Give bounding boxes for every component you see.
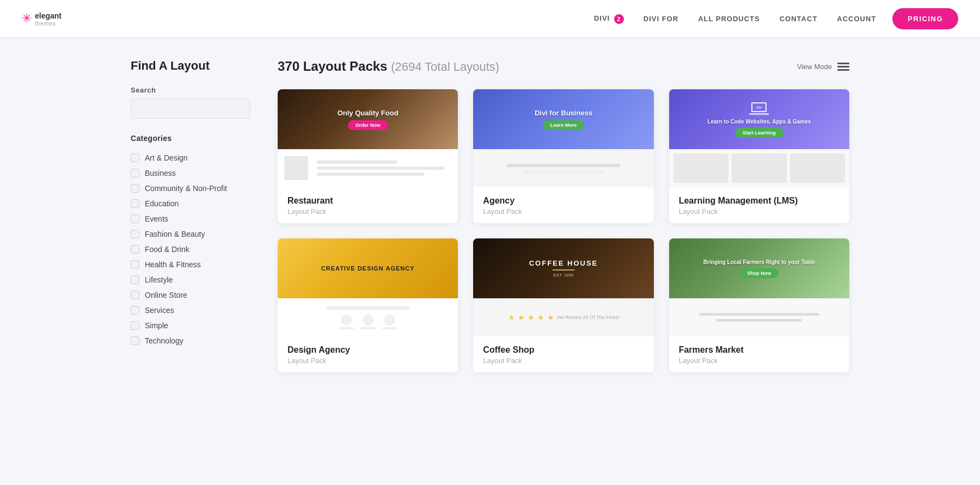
- category-item-services[interactable]: Services: [131, 303, 250, 318]
- card-preview-bottom-restaurant: [278, 149, 458, 187]
- search-label: Search: [131, 86, 250, 94]
- coffee-star-4: ★: [537, 313, 544, 322]
- category-checkbox-fashion-beauty[interactable]: [131, 230, 139, 238]
- coffee-preview-text: Coffee House: [524, 259, 604, 267]
- card-lms[interactable]: </> Learn to Code Websites, Apps & Games…: [669, 89, 849, 223]
- mock-line-3: [317, 173, 425, 176]
- category-checkbox-simple[interactable]: [131, 321, 139, 330]
- card-preview-top-lms: </> Learn to Code Websites, Apps & Games…: [669, 89, 849, 149]
- nav-item-contact[interactable]: CONTACT: [780, 14, 818, 23]
- sidebar: Find A Layout Search Categories Art & De…: [131, 59, 250, 372]
- total-layouts-count: (2694 Total Layouts): [391, 60, 499, 73]
- category-label-food-drink: Food & Drink: [145, 245, 189, 254]
- category-item-education[interactable]: Education: [131, 196, 250, 211]
- laptop-icon: </>: [749, 101, 769, 116]
- view-mode-icon[interactable]: [837, 63, 849, 71]
- restaurant-preview-btn: Order Now: [348, 120, 388, 130]
- category-checkbox-events[interactable]: [131, 214, 139, 223]
- nav-link-contact[interactable]: CONTACT: [780, 15, 818, 23]
- card-design-agency[interactable]: Creative Design Agency: [278, 238, 458, 372]
- category-item-food-drink[interactable]: Food & Drink: [131, 242, 250, 257]
- card-info-design-agency: Design Agency Layout Pack: [278, 336, 458, 372]
- category-checkbox-community[interactable]: [131, 184, 139, 193]
- card-type-restaurant: Layout Pack: [287, 207, 448, 216]
- category-item-events[interactable]: Events: [131, 211, 250, 226]
- coffee-star-3: ★: [528, 313, 535, 322]
- pricing-button[interactable]: PRICING: [892, 8, 958, 29]
- category-label-community: Community & Non-Profit: [145, 184, 227, 193]
- card-info-farmers-market: Farmers Market Layout Pack: [669, 336, 849, 372]
- category-item-fashion-beauty[interactable]: Fashion & Beauty: [131, 226, 250, 242]
- card-preview-top-farmers: Bringing Local Farmers Right to your Tab…: [669, 238, 849, 298]
- category-checkbox-art-design[interactable]: [131, 154, 139, 162]
- card-type-farmers-market: Layout Pack: [679, 357, 840, 365]
- category-label-business: Business: [145, 169, 176, 177]
- design-circle-1: [341, 315, 352, 326]
- category-label-fashion-beauty: Fashion & Beauty: [145, 230, 205, 238]
- design-preview-text: Creative Design Agency: [316, 265, 420, 272]
- category-checkbox-health-fitness[interactable]: [131, 260, 139, 269]
- card-info-lms: Learning Management (LMS) Layout Pack: [669, 187, 849, 223]
- agency-preview-text: Divi for Business: [529, 109, 598, 117]
- card-preview-top-coffee: Coffee House EST. 1990: [473, 238, 653, 298]
- farmers-preview-text: Bringing Local Farmers Right to your Tab…: [698, 259, 820, 265]
- category-checkbox-business[interactable]: [131, 169, 139, 177]
- category-item-health-fitness[interactable]: Health & Fitness: [131, 257, 250, 272]
- category-item-community[interactable]: Community & Non-Profit: [131, 181, 250, 196]
- category-item-art-design[interactable]: Art & Design: [131, 150, 250, 165]
- nav-item-divi[interactable]: DIVI 2: [594, 13, 624, 24]
- navbar: ✳ elegant themes DIVI 2 DIVI FOR ALL PRO…: [0, 0, 980, 37]
- coffee-star-1: ★: [508, 313, 515, 322]
- category-item-lifestyle[interactable]: Lifestyle: [131, 272, 250, 287]
- logo[interactable]: ✳ elegant themes: [22, 11, 62, 27]
- nav-link-account[interactable]: ACCOUNT: [837, 15, 876, 23]
- category-label-simple: Simple: [145, 321, 168, 330]
- view-mode-control[interactable]: View Mode: [797, 63, 849, 71]
- mock-line-1: [317, 161, 397, 164]
- lms-block-3: [790, 154, 845, 183]
- card-name-design-agency: Design Agency: [287, 345, 448, 355]
- layout-packs-count-label: 370 Layout Packs: [278, 59, 387, 73]
- nav-item-account[interactable]: ACCOUNT: [837, 14, 876, 23]
- card-type-lms: Layout Pack: [679, 207, 840, 216]
- card-preview-farmers-market: Bringing Local Farmers Right to your Tab…: [669, 238, 849, 336]
- category-checkbox-technology[interactable]: [131, 336, 139, 345]
- nav-item-divi-for[interactable]: DIVI FOR: [644, 14, 678, 23]
- category-item-technology[interactable]: Technology: [131, 333, 250, 348]
- category-checkbox-food-drink[interactable]: [131, 245, 139, 254]
- page-content: Find A Layout Search Categories Art & De…: [109, 59, 871, 372]
- category-label-technology: Technology: [145, 336, 183, 345]
- search-input[interactable]: [131, 99, 250, 119]
- category-checkbox-online-store[interactable]: [131, 291, 139, 299]
- category-checkbox-services[interactable]: [131, 306, 139, 315]
- nav-link-divi[interactable]: DIVI 2: [594, 14, 624, 22]
- farmers-preview-btn: Shop Now: [739, 268, 779, 278]
- category-item-business[interactable]: Business: [131, 165, 250, 181]
- card-preview-bottom-agency: [473, 149, 653, 187]
- nav-item-all-products[interactable]: ALL PRODUCTS: [698, 14, 760, 23]
- category-label-lifestyle: Lifestyle: [145, 275, 173, 284]
- agency-preview-btn: Learn More: [543, 120, 585, 130]
- mock-lines-restaurant: [317, 161, 451, 176]
- nav-link-divi-for[interactable]: DIVI FOR: [644, 15, 678, 23]
- lms-block-1: [673, 154, 728, 183]
- card-coffee-shop[interactable]: Coffee House EST. 1990 ★ ★ ★ ★ ★ We Revi…: [473, 238, 653, 372]
- category-checkbox-lifestyle[interactable]: [131, 275, 139, 284]
- category-item-simple[interactable]: Simple: [131, 318, 250, 333]
- design-icon-2: [360, 315, 376, 329]
- card-name-coffee-shop: Coffee Shop: [483, 345, 644, 355]
- card-preview-lms: </> Learn to Code Websites, Apps & Games…: [669, 89, 849, 187]
- card-agency[interactable]: Divi for Business Learn More Agency Layo…: [473, 89, 653, 223]
- lms-preview-text: Learn to Code Websites, Apps & Games: [702, 119, 816, 125]
- category-item-online-store[interactable]: Online Store: [131, 287, 250, 303]
- card-name-farmers-market: Farmers Market: [679, 345, 840, 355]
- category-checkbox-education[interactable]: [131, 199, 139, 208]
- design-icon-3: [382, 315, 397, 329]
- card-type-coffee-shop: Layout Pack: [483, 357, 644, 365]
- card-preview-agency: Divi for Business Learn More: [473, 89, 653, 187]
- coffee-review-text: We Review 25 Of The Finest: [557, 315, 620, 320]
- nav-link-all-products[interactable]: ALL PRODUCTS: [698, 15, 760, 23]
- card-name-agency: Agency: [483, 196, 644, 206]
- card-farmers-market[interactable]: Bringing Local Farmers Right to your Tab…: [669, 238, 849, 372]
- card-restaurant[interactable]: Only Quality Food Order Now: [278, 89, 458, 223]
